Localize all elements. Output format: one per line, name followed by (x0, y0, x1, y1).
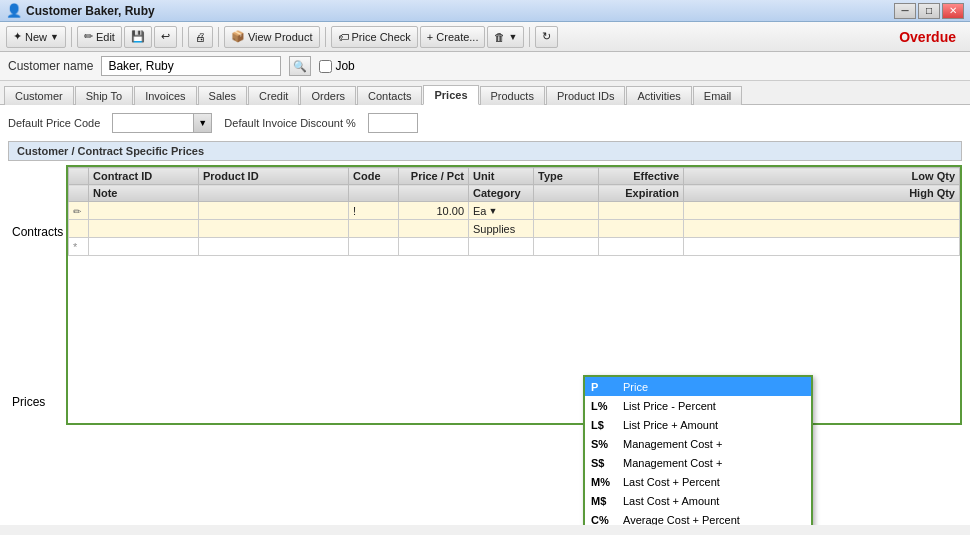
edit-effective[interactable] (599, 202, 684, 220)
window-title: Customer Baker, Ruby (26, 4, 894, 18)
print-icon: 🖨 (195, 31, 206, 43)
tab-products[interactable]: Products (480, 86, 545, 105)
col-header-icon (69, 168, 89, 185)
delete-dropdown-arrow[interactable]: ▼ (508, 32, 517, 42)
new-button[interactable]: ✦ New ▼ (6, 26, 66, 48)
tab-ship-to[interactable]: Ship To (75, 86, 134, 105)
tab-product-ids[interactable]: Product IDs (546, 86, 625, 105)
close-button[interactable]: ✕ (942, 3, 964, 19)
type-name-l-dollar: List Price + Amount (623, 419, 718, 431)
view-product-button[interactable]: 📦 View Product (224, 26, 320, 48)
divider-5 (529, 27, 530, 47)
edit-type[interactable] (534, 202, 599, 220)
unit-dropdown-arrow[interactable]: ▼ (488, 206, 497, 216)
type-option-m-pct[interactable]: M% Last Cost + Percent (585, 472, 811, 491)
undo-button[interactable]: ↩ (154, 26, 177, 48)
save-button[interactable]: 💾 (124, 26, 152, 48)
tab-invoices[interactable]: Invoices (134, 86, 196, 105)
tab-customer[interactable]: Customer (4, 86, 74, 105)
type-code-s-pct: S% (591, 438, 623, 450)
type-option-l-pct[interactable]: L% List Price - Percent (585, 396, 811, 415)
type-code-m-dollar: M$ (591, 495, 623, 507)
delete-button[interactable]: 🗑 ▼ (487, 26, 524, 48)
undo-icon: ↩ (161, 30, 170, 43)
type-option-s-pct[interactable]: S% Management Cost + (585, 434, 811, 453)
discount-input[interactable] (368, 113, 418, 133)
type-name-l-pct: List Price - Percent (623, 400, 716, 412)
type-name-p: Price (623, 381, 648, 393)
app-icon: 👤 (6, 3, 22, 18)
refresh-button[interactable]: ↻ (535, 26, 558, 48)
divider-4 (325, 27, 326, 47)
edit-product-id[interactable] (199, 202, 349, 220)
refresh-icon: ↻ (542, 30, 551, 43)
price-check-button[interactable]: 🏷 Price Check (331, 26, 418, 48)
tab-activities[interactable]: Activities (626, 86, 691, 105)
edit-code: ! (349, 202, 399, 220)
tab-contacts[interactable]: Contacts (357, 86, 422, 105)
new-row-empty7 (599, 238, 684, 256)
edit-price[interactable]: 10.00 (399, 202, 469, 220)
table-header-row-2: Note Category Expiration High Qty (69, 185, 960, 202)
edit-row-icon: ✏ (69, 202, 89, 220)
contract-id-input[interactable] (93, 205, 194, 217)
tab-bar: Customer Ship To Invoices Sales Credit O… (0, 81, 970, 105)
pencil-icon: ✏ (73, 206, 81, 217)
job-checkbox[interactable] (319, 60, 332, 73)
edit-icon: ✏ (84, 30, 93, 43)
type-option-p[interactable]: P Price (585, 377, 811, 396)
create-button[interactable]: + Create... (420, 26, 486, 48)
tab-sales[interactable]: Sales (198, 86, 248, 105)
edit-button[interactable]: ✏ Edit (77, 26, 122, 48)
type-option-s-dollar[interactable]: S$ Management Cost + (585, 453, 811, 472)
divider-3 (218, 27, 219, 47)
type-code-l-pct: L% (591, 400, 623, 412)
note-input[interactable] (93, 223, 194, 235)
price-code-dropdown[interactable]: ▼ (112, 113, 212, 133)
customer-name-input[interactable] (101, 56, 281, 76)
edit-low-qty[interactable] (684, 202, 960, 220)
maximize-button[interactable]: □ (918, 3, 940, 19)
edit-sub-note[interactable] (89, 220, 199, 238)
new-row-star: * (69, 238, 89, 256)
type-code-m-pct: M% (591, 476, 623, 488)
delete-icon: 🗑 (494, 31, 505, 43)
col-subheader-expiration: Expiration (599, 185, 684, 202)
price-code-arrow[interactable]: ▼ (193, 114, 211, 132)
new-row-empty5 (469, 238, 534, 256)
new-row-empty8 (684, 238, 960, 256)
divider-1 (71, 27, 72, 47)
col-header-product-id: Product ID (199, 168, 349, 185)
edit-sub-empty2 (349, 220, 399, 238)
type-option-c-pct[interactable]: C% Average Cost + Percent (585, 510, 811, 525)
type-option-m-dollar[interactable]: M$ Last Cost + Amount (585, 491, 811, 510)
type-dropdown[interactable]: P Price L% List Price - Percent L$ List … (583, 375, 813, 525)
edit-contract-id[interactable] (89, 202, 199, 220)
customer-search-button[interactable]: 🔍 (289, 56, 311, 76)
side-labels: Contracts Prices (8, 165, 66, 425)
new-dropdown-arrow[interactable]: ▼ (50, 32, 59, 42)
customer-bar: Customer name 🔍 Job (0, 52, 970, 81)
print-button[interactable]: 🖨 (188, 26, 213, 48)
col-header-contract-id: Contract ID (89, 168, 199, 185)
type-code-c-pct: C% (591, 514, 623, 526)
tab-orders[interactable]: Orders (300, 86, 356, 105)
edit-unit: Ea ▼ (469, 202, 534, 220)
edit-sub-expiration[interactable] (599, 220, 684, 238)
col-header-price: Price / Pct (399, 168, 469, 185)
tab-prices[interactable]: Prices (423, 85, 478, 105)
new-row-empty4 (399, 238, 469, 256)
new-row-empty2[interactable] (199, 238, 349, 256)
tab-credit[interactable]: Credit (248, 86, 299, 105)
type-option-l-dollar[interactable]: L$ List Price + Amount (585, 415, 811, 434)
prices-side-label: Prices (12, 395, 45, 409)
tab-email[interactable]: Email (693, 86, 743, 105)
col-header-effective: Effective (599, 168, 684, 185)
type-name-m-dollar: Last Cost + Amount (623, 495, 719, 507)
product-id-input[interactable] (203, 205, 344, 217)
price-code-row: Default Price Code ▼ Default Invoice Dis… (8, 113, 962, 133)
edit-sub-high-qty[interactable] (684, 220, 960, 238)
minimize-button[interactable]: ─ (894, 3, 916, 19)
col-header-code: Code (349, 168, 399, 185)
new-row-empty1[interactable] (89, 238, 199, 256)
